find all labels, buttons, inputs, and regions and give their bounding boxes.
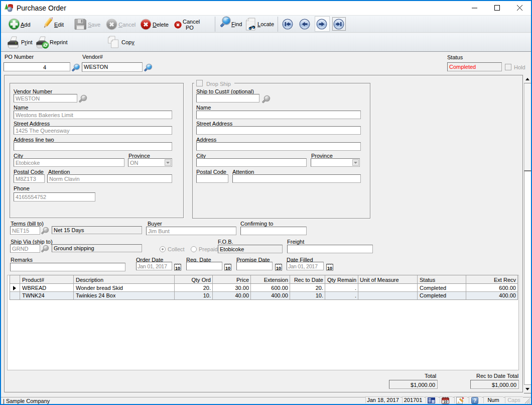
- svg-text:10: 10: [175, 266, 180, 271]
- svg-text:10: 10: [443, 399, 447, 404]
- svg-text:?: ?: [473, 398, 476, 403]
- svg-text:10: 10: [327, 266, 332, 271]
- svg-text:10: 10: [225, 266, 230, 271]
- svg-text:10: 10: [276, 266, 281, 271]
